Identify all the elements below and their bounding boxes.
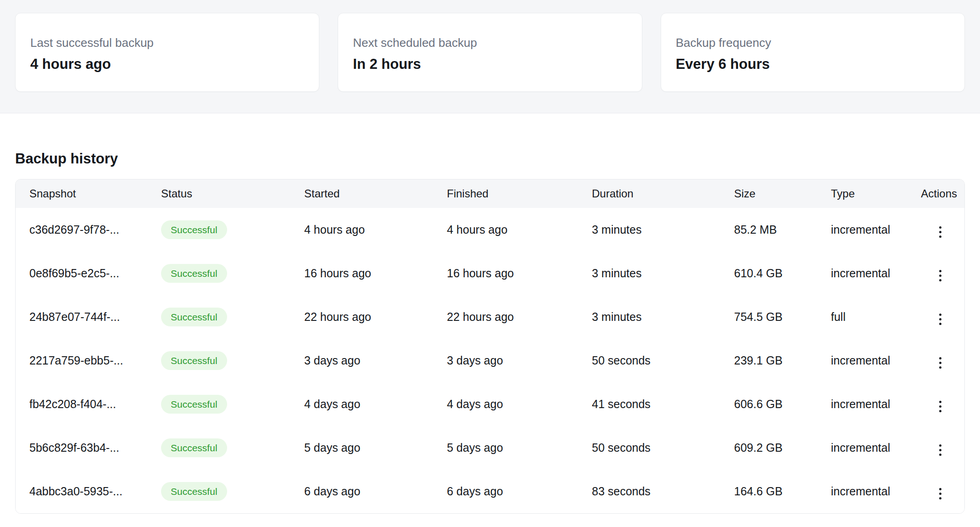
snapshot-id: fb42c208-f404-... [16, 382, 147, 426]
finished-cell: 4 hours ago [433, 208, 578, 252]
started-cell: 22 hours ago [290, 295, 433, 339]
size-cell: 754.5 GB [720, 295, 817, 339]
started-cell: 3 days ago [290, 339, 433, 382]
duration-cell: 50 seconds [578, 339, 720, 382]
actions-cell [918, 339, 964, 382]
column-header-finished: Finished [433, 179, 578, 208]
stats-strip: Last successful backup 4 hours ago Next … [0, 0, 980, 113]
status-cell: Successful [147, 382, 290, 426]
type-cell: incremental [817, 208, 918, 252]
type-cell: incremental [817, 382, 918, 426]
column-header-status: Status [147, 179, 290, 208]
type-cell: incremental [817, 426, 918, 470]
main-content: Backup history Snapshot Status Started F… [0, 151, 980, 514]
status-cell: Successful [147, 208, 290, 252]
stat-label: Last successful backup [30, 36, 304, 50]
status-cell: Successful [147, 339, 290, 382]
actions-cell [918, 252, 964, 295]
stat-label: Backup frequency [676, 36, 950, 50]
table-row: 0e8f69b5-e2c5-... Successful 16 hours ag… [16, 252, 964, 295]
stat-card-last-successful-backup: Last successful backup 4 hours ago [15, 13, 319, 92]
kebab-menu-icon[interactable] [935, 397, 946, 416]
finished-cell: 5 days ago [433, 426, 578, 470]
type-cell: full [817, 295, 918, 339]
stat-label: Next scheduled backup [353, 36, 627, 50]
page-title: Backup history [15, 151, 965, 167]
table-header-row: Snapshot Status Started Finished Duratio… [16, 179, 964, 208]
stat-card-backup-frequency: Backup frequency Every 6 hours [661, 13, 965, 92]
kebab-menu-icon[interactable] [935, 484, 946, 503]
status-cell: Successful [147, 295, 290, 339]
column-header-started: Started [290, 179, 433, 208]
status-badge: Successful [161, 482, 227, 501]
duration-cell: 83 seconds [578, 470, 720, 513]
status-badge: Successful [161, 351, 227, 370]
stat-card-next-scheduled-backup: Next scheduled backup In 2 hours [338, 13, 642, 92]
stat-value: In 2 hours [353, 56, 627, 73]
started-cell: 16 hours ago [290, 252, 433, 295]
started-cell: 4 days ago [290, 382, 433, 426]
table-row: fb42c208-f404-... Successful 4 days ago … [16, 382, 964, 426]
status-cell: Successful [147, 470, 290, 513]
started-cell: 6 days ago [290, 470, 433, 513]
type-cell: incremental [817, 252, 918, 295]
size-cell: 606.6 GB [720, 382, 817, 426]
kebab-menu-icon[interactable] [935, 353, 946, 372]
duration-cell: 41 seconds [578, 382, 720, 426]
type-cell: incremental [817, 339, 918, 382]
duration-cell: 3 minutes [578, 295, 720, 339]
kebab-menu-icon[interactable] [935, 310, 946, 329]
type-cell: incremental [817, 470, 918, 513]
actions-cell [918, 295, 964, 339]
status-badge: Successful [161, 395, 227, 414]
status-badge: Successful [161, 438, 227, 457]
actions-cell [918, 426, 964, 470]
snapshot-id: 4abbc3a0-5935-... [16, 470, 147, 513]
table-row: 5b6c829f-63b4-... Successful 5 days ago … [16, 426, 964, 470]
kebab-menu-icon[interactable] [935, 266, 946, 285]
size-cell: 239.1 GB [720, 339, 817, 382]
finished-cell: 22 hours ago [433, 295, 578, 339]
column-header-snapshot: Snapshot [16, 179, 147, 208]
status-cell: Successful [147, 426, 290, 470]
snapshot-id: 5b6c829f-63b4-... [16, 426, 147, 470]
finished-cell: 3 days ago [433, 339, 578, 382]
column-header-actions: Actions [918, 179, 964, 208]
size-cell: 85.2 MB [720, 208, 817, 252]
table-row: 2217a759-ebb5-... Successful 3 days ago … [16, 339, 964, 382]
column-header-size: Size [720, 179, 817, 208]
status-cell: Successful [147, 252, 290, 295]
table-row: c36d2697-9f78-... Successful 4 hours ago… [16, 208, 964, 252]
duration-cell: 50 seconds [578, 426, 720, 470]
kebab-menu-icon[interactable] [935, 223, 946, 241]
status-badge: Successful [161, 264, 227, 283]
backup-history-table: Snapshot Status Started Finished Duratio… [15, 179, 965, 514]
started-cell: 4 hours ago [290, 208, 433, 252]
finished-cell: 16 hours ago [433, 252, 578, 295]
snapshot-id: 0e8f69b5-e2c5-... [16, 252, 147, 295]
duration-cell: 3 minutes [578, 208, 720, 252]
snapshot-id: 24b87e07-744f-... [16, 295, 147, 339]
actions-cell [918, 208, 964, 252]
stat-value: 4 hours ago [30, 56, 304, 73]
started-cell: 5 days ago [290, 426, 433, 470]
status-badge: Successful [161, 220, 227, 239]
table-row: 4abbc3a0-5935-... Successful 6 days ago … [16, 470, 964, 513]
column-header-type: Type [817, 179, 918, 208]
size-cell: 610.4 GB [720, 252, 817, 295]
kebab-menu-icon[interactable] [935, 441, 946, 460]
size-cell: 164.6 GB [720, 470, 817, 513]
snapshot-id: c36d2697-9f78-... [16, 208, 147, 252]
stat-value: Every 6 hours [676, 56, 950, 73]
table-row: 24b87e07-744f-... Successful 22 hours ag… [16, 295, 964, 339]
finished-cell: 6 days ago [433, 470, 578, 513]
snapshot-id: 2217a759-ebb5-... [16, 339, 147, 382]
size-cell: 609.2 GB [720, 426, 817, 470]
actions-cell [918, 382, 964, 426]
duration-cell: 3 minutes [578, 252, 720, 295]
column-header-duration: Duration [578, 179, 720, 208]
finished-cell: 4 days ago [433, 382, 578, 426]
status-badge: Successful [161, 308, 227, 326]
actions-cell [918, 470, 964, 513]
